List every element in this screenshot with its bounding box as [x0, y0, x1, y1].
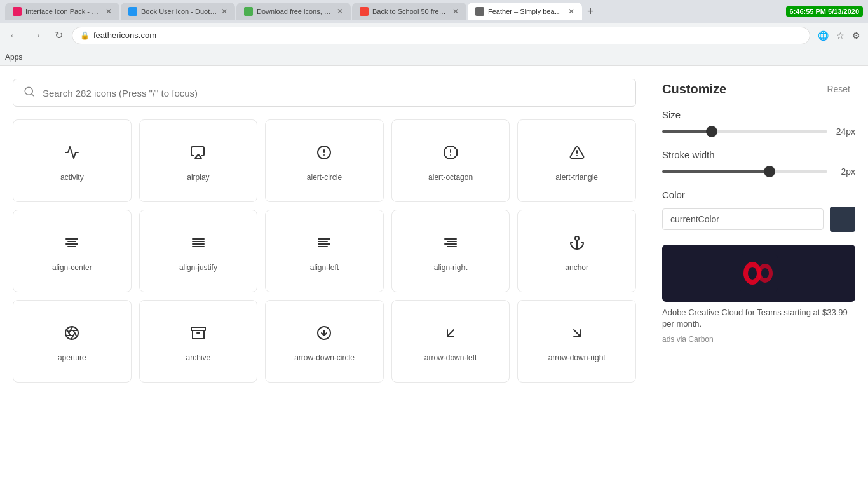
icon-svg-align-justify: [188, 233, 208, 253]
icon-svg-alert-octagon: [440, 142, 461, 163]
icon-card-arrow-down-left[interactable]: arrow-down-left: [391, 300, 510, 383]
color-swatch[interactable]: [830, 207, 855, 232]
icon-grid: activity airplay alert-circle alert-oc: [13, 119, 636, 383]
tab-favicon: [475, 7, 484, 16]
tab-label: Back to School 50 free icons (S...: [372, 8, 449, 15]
icon-svg-arrow-down-right: [567, 323, 587, 343]
icon-label-archive: archive: [186, 353, 211, 362]
align-center-icon: [64, 235, 79, 250]
size-slider-fill: [662, 130, 712, 133]
icon-label-arrow-down-right: arrow-down-right: [548, 353, 606, 362]
icon-card-arrow-down-right[interactable]: arrow-down-right: [517, 300, 636, 383]
extensions-button[interactable]: ⚙: [850, 28, 863, 43]
reset-button[interactable]: Reset: [822, 81, 855, 97]
svg-rect-36: [191, 327, 205, 330]
stroke-slider-row: 2px: [662, 166, 855, 177]
icon-svg-align-left: [314, 233, 334, 253]
tab-label: Feather – Simply beautiful ope...: [488, 8, 564, 15]
reload-button[interactable]: ↻: [51, 27, 67, 44]
color-control: Color: [662, 189, 855, 232]
tab-close-button[interactable]: ✕: [221, 7, 227, 16]
size-slider-thumb[interactable]: [706, 126, 717, 137]
archive-icon: [191, 325, 206, 341]
icon-svg-archive: [188, 323, 208, 343]
tab-close-button[interactable]: ✕: [452, 7, 459, 16]
browser-tab-tab2[interactable]: Book User Icon - Duotone | Fo... ✕: [121, 3, 235, 20]
browser-tab-tab3[interactable]: Download free icons, music, sto... ✕: [236, 3, 351, 20]
alert-circle-icon: [316, 145, 332, 160]
alert-octagon-icon: [443, 145, 458, 160]
tab-close-button[interactable]: ✕: [105, 7, 112, 16]
icon-card-activity[interactable]: activity: [13, 119, 132, 202]
icon-label-anchor: anchor: [565, 263, 588, 272]
ad-text: Adobe Creative Cloud for Teams starting …: [662, 307, 855, 330]
customize-title: Customize: [662, 82, 726, 97]
forward-button[interactable]: →: [28, 27, 46, 44]
translate-button[interactable]: 🌐: [815, 28, 831, 43]
ad-logo: [740, 254, 778, 292]
icon-label-align-left: align-left: [310, 263, 339, 272]
icon-svg-airplay: [188, 142, 208, 163]
bookmark-button[interactable]: ☆: [834, 28, 847, 43]
color-input[interactable]: [662, 208, 824, 230]
stroke-value: 2px: [835, 166, 855, 177]
stroke-label: Stroke width: [662, 149, 855, 160]
icon-card-aperture[interactable]: aperture: [13, 300, 132, 383]
secure-icon: 🔒: [80, 31, 90, 40]
align-left-icon: [316, 235, 332, 250]
stroke-slider-fill: [662, 170, 770, 173]
browser-tab-tab4[interactable]: Back to School 50 free icons (S... ✕: [352, 3, 466, 20]
icon-card-align-center[interactable]: align-center: [13, 210, 132, 292]
color-label: Color: [662, 189, 855, 200]
icon-label-alert-octagon: alert-octagon: [428, 173, 473, 182]
icon-svg-align-center: [62, 233, 82, 253]
color-row: [662, 207, 855, 232]
icon-svg-activity: [62, 142, 82, 163]
apps-label: Apps: [5, 53, 22, 62]
title-bar: Interface Icon Pack - Orion Icon... ✕ Bo…: [0, 0, 868, 23]
alert-triangle-icon: [569, 145, 585, 160]
icon-label-align-center: align-center: [52, 263, 92, 272]
icon-label-alert-circle: alert-circle: [307, 173, 342, 182]
align-right-icon: [443, 235, 458, 250]
time-badge: 6:46:55 PM 5/13/2020: [786, 6, 863, 17]
tab-label: Book User Icon - Duotone | Fo...: [141, 8, 217, 15]
icon-card-align-justify[interactable]: align-justify: [139, 210, 258, 292]
apps-bookmark[interactable]: Apps: [5, 53, 22, 62]
icon-card-archive[interactable]: archive: [139, 300, 258, 383]
icon-card-alert-octagon[interactable]: alert-octagon: [391, 119, 510, 202]
address-text: feathericons.com: [93, 30, 156, 40]
tab-label: Interface Icon Pack - Orion Icon...: [25, 8, 102, 15]
align-justify-icon: [191, 235, 206, 250]
browser-tab-tab1[interactable]: Interface Icon Pack - Orion Icon... ✕: [5, 3, 119, 20]
search-input[interactable]: [43, 88, 625, 98]
icon-card-align-right[interactable]: align-right: [391, 210, 510, 292]
address-bar[interactable]: 🔒 feathericons.com: [72, 27, 810, 44]
icon-card-alert-circle[interactable]: alert-circle: [265, 119, 384, 202]
nav-bar: ← → ↻ 🔒 feathericons.com 🌐 ☆ ⚙: [0, 23, 868, 48]
icon-label-airplay: airplay: [187, 173, 209, 182]
icon-svg-anchor: [567, 233, 587, 253]
svg-line-1: [31, 93, 33, 95]
icon-card-arrow-down-circle[interactable]: arrow-down-circle: [265, 300, 384, 383]
icon-card-anchor[interactable]: anchor: [517, 210, 636, 292]
icon-label-align-right: align-right: [434, 263, 468, 272]
icon-card-airplay[interactable]: airplay: [139, 119, 258, 202]
back-button[interactable]: ←: [5, 27, 23, 44]
tab-close-button[interactable]: ✕: [337, 7, 343, 16]
icon-card-align-left[interactable]: align-left: [265, 210, 384, 292]
ad-via: ads via Carbon: [662, 335, 855, 344]
activity-icon: [64, 145, 79, 160]
icon-label-aperture: aperture: [58, 353, 86, 362]
icon-card-alert-triangle[interactable]: alert-triangle: [517, 119, 636, 202]
stroke-control: Stroke width 2px: [662, 149, 855, 177]
svg-point-45: [748, 267, 757, 280]
tab-close-button[interactable]: ✕: [568, 7, 574, 16]
icon-label-align-justify: align-justify: [179, 263, 217, 272]
stroke-slider-thumb[interactable]: [764, 166, 775, 177]
new-tab-button[interactable]: +: [585, 5, 597, 18]
ad-card: Adobe Creative Cloud for Teams starting …: [662, 245, 855, 344]
browser-tab-tab5[interactable]: Feather – Simply beautiful ope... ✕: [468, 3, 582, 20]
arrow-down-right-icon: [569, 325, 585, 341]
icon-svg-align-right: [440, 233, 461, 253]
